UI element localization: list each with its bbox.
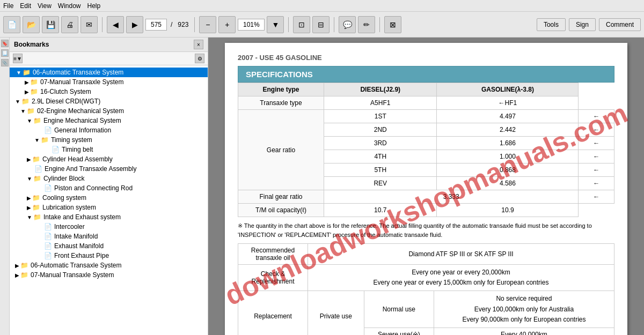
next-page-button[interactable]: ▶: [126, 16, 143, 33]
tree-item-timing[interactable]: ▼ 📁 Timing system: [10, 135, 208, 145]
sign-button[interactable]: Sign: [569, 18, 596, 31]
final-gear-diesel: 3.333: [324, 190, 579, 204]
bottom-row-replacement-normal: Replacement Private use Normal use No se…: [238, 291, 614, 328]
fit-page-button[interactable]: ⊡: [293, 16, 310, 33]
transaxle-gasoline: ←HF1: [437, 96, 579, 110]
email-button[interactable]: ✉: [80, 16, 98, 33]
tree-label: Piston and Connecting Rod: [54, 184, 133, 192]
transaxle-diesel: A5HF1: [324, 96, 437, 110]
gear-2nd-gasoline: ←: [579, 123, 614, 137]
tree-item-intake-exhaust[interactable]: ▼ 📁 Intake and Exhaust system: [10, 212, 208, 222]
tree-item-manual07[interactable]: ▶ 📁 07-Manual Transaxle System: [10, 77, 208, 87]
tree-item-clutch16[interactable]: ▶ 📁 16-Clutch System: [10, 87, 208, 96]
gear-1st-label: 1ST: [324, 110, 437, 123]
print-button[interactable]: 🖨: [61, 16, 78, 33]
expand-icon[interactable]: ▶: [27, 195, 31, 201]
gear-4th-gasoline: ←: [579, 150, 614, 163]
expand-icon[interactable]: ▼: [16, 70, 21, 76]
tree-label: Cooling system: [42, 194, 86, 202]
sidebar-view-btn[interactable]: ≡▼: [13, 54, 23, 63]
menu-edit[interactable]: Edit: [20, 2, 31, 10]
tree-item-piston[interactable]: 📄 Piston and Connecting Rod: [10, 183, 208, 193]
prev-page-button[interactable]: ◀: [107, 16, 124, 33]
comment-tool-button[interactable]: Comment: [599, 18, 641, 31]
tree-item-front-exhaust[interactable]: 📄 Front Exhaust Pipe: [10, 251, 208, 260]
fit-width-button[interactable]: ⊟: [312, 16, 330, 33]
expand-icon[interactable]: ▶: [27, 157, 31, 162]
tree-item-engine-mech-sys[interactable]: ▼ 📁 02-Engine Mechanical System: [10, 106, 208, 116]
expand-icon[interactable]: ▼: [27, 214, 32, 220]
expand-icon[interactable]: ▶: [25, 79, 29, 85]
tree-item-intake-manifold[interactable]: 📄 Intake Manifold: [10, 232, 208, 241]
sidebar-toolbar: ≡▼ ⚙: [10, 52, 208, 65]
new-button[interactable]: 📄: [3, 16, 20, 33]
crop-button[interactable]: ⊠: [384, 16, 401, 33]
tree-item-diesel-crdi[interactable]: ▼ 📁 2.9L Diesel CRDI(WGT): [10, 96, 208, 106]
tools-button[interactable]: Tools: [537, 18, 566, 31]
tree-item-general-info[interactable]: 📄 General Information: [10, 125, 208, 135]
tree-item-auto06-2[interactable]: ▶ 📁 06-Automatic Transaxle System: [10, 260, 208, 270]
menu-help[interactable]: Help: [87, 2, 101, 10]
expand-icon[interactable]: ▶: [27, 205, 31, 211]
gear-rev-diesel: 4.586: [437, 177, 579, 190]
note-text: ※ The quantity in the chart above is for…: [238, 221, 614, 239]
tree-item-cylinder-block[interactable]: ▼ 📁 Cylinder Block: [10, 174, 208, 183]
zoom-in-button[interactable]: +: [218, 16, 236, 33]
expand-icon[interactable]: ▶: [15, 272, 19, 278]
replacement-label: Replacement: [238, 291, 308, 335]
col-engine-type: Engine type: [238, 83, 324, 96]
bottom-row-oil: Recommended transaxle oil Diamond ATF SP…: [238, 244, 614, 265]
tree-label: Engine And Transaxle Assembly: [45, 165, 136, 173]
zoom-dropdown-button[interactable]: ▼: [267, 16, 284, 33]
final-gear-gasoline: ←: [579, 190, 614, 204]
tree-item-lubrication[interactable]: ▶ 📁 Lubrication system: [10, 203, 208, 212]
sidebar-tree: ▼ 📁 06-Automatic Transaxle System ▶ 📁 07…: [10, 65, 208, 335]
comment-button[interactable]: 💬: [339, 16, 356, 33]
tree-label: 02-Engine Mechanical System: [37, 107, 124, 115]
sidebar-options-btn[interactable]: ⚙: [195, 54, 204, 63]
tree-item-cooling[interactable]: ▶ 📁 Cooling system: [10, 193, 208, 203]
page-subtitle: 2007 - USE 45 GASOLINE: [238, 54, 614, 62]
tree-item-engine-mech[interactable]: ▼ 📁 Engine Mechanical System: [10, 116, 208, 125]
zoom-out-button[interactable]: −: [199, 16, 216, 33]
tree-item-timing-belt[interactable]: 📄 Timing belt: [10, 145, 208, 154]
sidebar-collapse-button[interactable]: ×: [194, 40, 203, 49]
spec-header: SPECIFICATIONS: [238, 66, 614, 83]
expand-icon[interactable]: ▶: [15, 263, 19, 269]
tree-label: General Information: [54, 126, 111, 134]
expand-icon[interactable]: ▼: [27, 176, 32, 182]
tree-item-manual07-2[interactable]: ▶ 📁 07-Manual Transaxle System: [10, 270, 208, 280]
menu-view[interactable]: View: [38, 2, 52, 10]
tree-item-auto06[interactable]: ▼ 📁 06-Automatic Transaxle System: [10, 68, 208, 77]
markup-button[interactable]: ✏: [358, 16, 375, 33]
content-area[interactable]: 2007 - USE 45 GASOLINE SPECIFICATIONS En…: [208, 38, 644, 335]
spec-table: Engine type DIESEL(J2.9) GASOLINE(λ-3.8)…: [238, 83, 614, 217]
toolbar-right: Tools Sign Comment: [537, 18, 641, 31]
gear-5th-label: 5TH: [324, 163, 437, 177]
page-icon[interactable]: 📃: [1, 49, 9, 57]
tree-label: Cylinder Head Assembly: [42, 155, 113, 163]
save-button[interactable]: 💾: [42, 16, 59, 33]
tree-item-intercooler[interactable]: 📄 Intercooler: [10, 222, 208, 232]
expand-icon[interactable]: ▼: [20, 108, 26, 114]
zoom-input[interactable]: [238, 19, 265, 31]
menu-window[interactable]: Window: [58, 2, 81, 10]
tree-label: Intake and Exhaust system: [43, 213, 121, 221]
tree-label: Timing system: [51, 136, 92, 144]
open-button[interactable]: 📂: [23, 16, 40, 33]
bookmark-icon[interactable]: 🔖: [1, 40, 9, 47]
expand-icon[interactable]: ▶: [25, 89, 29, 95]
menu-bar: File Edit View Window Help: [0, 0, 644, 12]
menu-file[interactable]: File: [3, 2, 13, 10]
expand-icon[interactable]: ▼: [34, 137, 40, 143]
table-row-tm-oil: T/M oil capacity(ℓ) 10.7 10.9: [238, 204, 614, 217]
tree-item-cylinder-head[interactable]: ▶ 📁 Cylinder Head Assembly: [10, 154, 208, 164]
tree-item-engine-transaxle[interactable]: 📄 Engine And Transaxle Assembly: [10, 164, 208, 174]
normal-use-label: Normal use: [364, 291, 434, 328]
expand-icon[interactable]: ▼: [15, 99, 20, 105]
tree-item-exhaust-manifold[interactable]: 📄 Exhaust Manifold: [10, 241, 208, 251]
attach-icon[interactable]: 📎: [1, 59, 9, 66]
page-current-input[interactable]: [145, 19, 167, 31]
expand-icon[interactable]: ▼: [27, 118, 32, 124]
left-icon-strip: 🔖 📃 📎: [0, 38, 10, 335]
